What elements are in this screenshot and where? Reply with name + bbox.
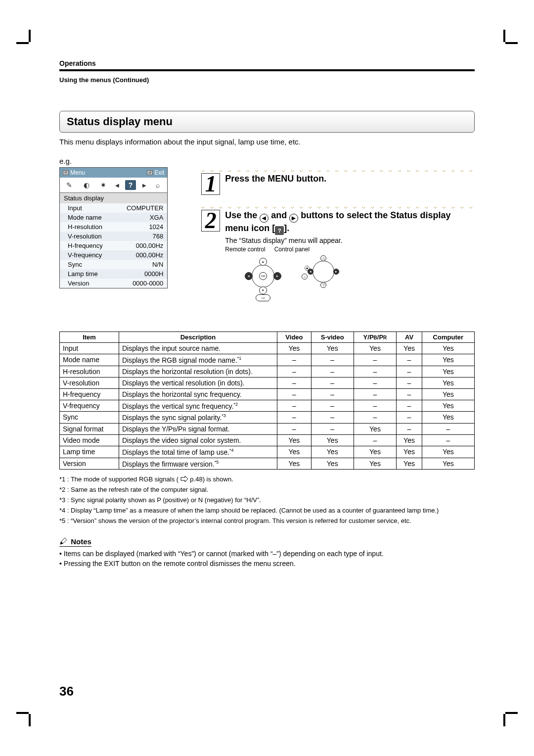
table-row: V-resolutionDisplays the vertical resolu…	[60, 377, 475, 388]
remote-control-label: Remote control	[225, 246, 265, 253]
table-cell: Yes	[422, 354, 474, 366]
menu-row-value: 0000-0000	[133, 280, 163, 287]
table-cell: Yes	[422, 400, 474, 412]
table-cell: –	[354, 434, 397, 446]
table-cell: Yes	[422, 412, 474, 424]
menu-row-value: XGA	[150, 214, 163, 221]
table-cell: Lamp time	[60, 446, 119, 458]
table-cell: –	[277, 412, 312, 424]
table-row: Video modeDisplays the video signal colo…	[60, 434, 475, 446]
menu-tab-icons: ✎ ◐ ✷ ◀ ? ▶ ⌕	[60, 178, 167, 193]
step-1: 1 Press the MENU button.	[201, 173, 475, 195]
footnotes: *1 : The mode of supported RGB signals (…	[59, 474, 475, 525]
table-cell: Yes	[397, 434, 422, 446]
step-2-sub: The “Status display” menu will appear.	[225, 236, 475, 244]
table-row: Mode nameDisplays the RGB signal mode na…	[60, 354, 475, 366]
table-cell: –	[277, 423, 312, 434]
panel-sub-button: ○	[302, 274, 308, 280]
table-cell: Video mode	[60, 434, 119, 446]
table-cell: –	[277, 354, 312, 366]
notes-list: • Items can be displayed (marked with “Y…	[59, 549, 475, 568]
status-items-table: ItemDescriptionVideoS-videoY/PB/PRAVComp…	[59, 331, 475, 470]
table-row: H-frequencyDisplays the horizontal sync …	[60, 388, 475, 400]
exit-label: Exit	[154, 169, 164, 176]
step-1-title: Press the MENU button.	[225, 173, 475, 184]
menu-row-key: V-frequency	[68, 251, 102, 259]
table-cell: Displays the horizontal resolution (in d…	[119, 366, 277, 377]
table-cell: Yes	[422, 366, 474, 377]
table-cell: Yes	[311, 458, 354, 470]
remote-up-button: ▴	[259, 258, 267, 266]
table-row: InputDisplays the input source name.YesY…	[60, 343, 475, 354]
menu-row: V-frequency000,00Hz	[60, 250, 167, 260]
menu-row: InputCOMPUTER	[60, 203, 167, 213]
menu-row-value: 768	[153, 233, 164, 240]
right-nav-icon: ▶	[289, 214, 298, 223]
footnote-2: *2 : Same as the refresh rate of the com…	[59, 485, 475, 494]
menu-row-value: 000,00Hz	[136, 242, 164, 249]
table-cell: Input	[60, 343, 119, 354]
menu-row-value: 1024	[149, 223, 163, 231]
control-panel-label: Control panel	[274, 246, 310, 253]
table-cell: V-resolution	[60, 377, 119, 388]
table-header: Description	[119, 332, 277, 343]
table-cell: –	[422, 434, 474, 446]
table-cell: Displays the video signal color system.	[119, 434, 277, 446]
table-cell: Yes	[397, 343, 422, 354]
menu-row-value: 0000H	[144, 270, 163, 278]
tab-status-icon: ?	[125, 180, 136, 190]
table-cell: Yes	[277, 434, 312, 446]
table-cell: Yes	[397, 446, 422, 458]
step-2: 2 Use the ◀ and ▶ buttons to select the …	[201, 210, 475, 303]
left-nav-icon: ◀	[260, 214, 268, 223]
table-cell: H-resolution	[60, 366, 119, 377]
menu-row-key: H-frequency	[68, 242, 103, 249]
table-cell: –	[354, 366, 397, 377]
table-cell: Yes	[422, 388, 474, 400]
footnote-1: *1 : The mode of supported RGB signals (…	[59, 474, 475, 484]
table-cell: Version	[60, 458, 119, 470]
note-2: • Pressing the EXIT button on the remote…	[59, 559, 475, 568]
table-cell: –	[354, 354, 397, 366]
table-cell: Displays the horizontal sync frequency.	[119, 388, 277, 400]
example-label: e.g.	[59, 157, 475, 165]
table-header: Computer	[422, 332, 474, 343]
table-cell: Displays the input source name.	[119, 343, 277, 354]
arrow-right-icon: ▶	[142, 183, 146, 188]
table-cell: –	[311, 366, 354, 377]
footnote-1a: *1 : The mode of supported RGB signals (	[59, 475, 178, 483]
menu-row: Mode nameXGA	[60, 213, 167, 222]
table-cell: Yes	[397, 458, 422, 470]
table-cell: –	[277, 388, 312, 400]
crop-mark	[16, 42, 29, 44]
table-row: Lamp timeDisplays the total time of lamp…	[60, 446, 475, 458]
tab-icon-3: ✷	[98, 180, 109, 190]
menu-row-key: Input	[68, 204, 82, 212]
menu-row: H-resolution1024	[60, 222, 167, 232]
crop-mark	[503, 30, 505, 42]
menu-row: V-resolution768	[60, 232, 167, 241]
tab-icon-1: ✎	[64, 180, 75, 190]
table-cell: –	[354, 388, 397, 400]
crop-mark	[16, 712, 29, 714]
table-cell: –	[354, 412, 397, 424]
menu-row-value: N/N	[152, 261, 163, 268]
table-cell: –	[397, 412, 422, 424]
table-cell: –	[311, 354, 354, 366]
status-icon-inline: ?	[275, 226, 284, 235]
status-menu-example: ≡ Menu ↲ Exit ✎ ◐ ✷ ◀ ? ▶ ⌕ Status displ…	[59, 167, 168, 288]
table-cell: Displays the RGB signal mode name.*1	[119, 354, 277, 366]
table-cell: –	[277, 400, 312, 412]
table-cell: Mode name	[60, 354, 119, 366]
table-cell: Yes	[354, 343, 397, 354]
menu-row: Lamp time0000H	[60, 269, 167, 279]
menu-label: Menu	[70, 169, 85, 176]
panel-down-button: ▽	[320, 282, 326, 288]
table-cell: Yes	[422, 446, 474, 458]
menu-row-key: Version	[68, 280, 89, 287]
table-cell: –	[397, 423, 422, 434]
menu-row-key: Sync	[68, 261, 82, 268]
crop-mark	[29, 30, 31, 42]
header-section: Operations	[59, 59, 475, 67]
table-cell: –	[422, 423, 474, 434]
